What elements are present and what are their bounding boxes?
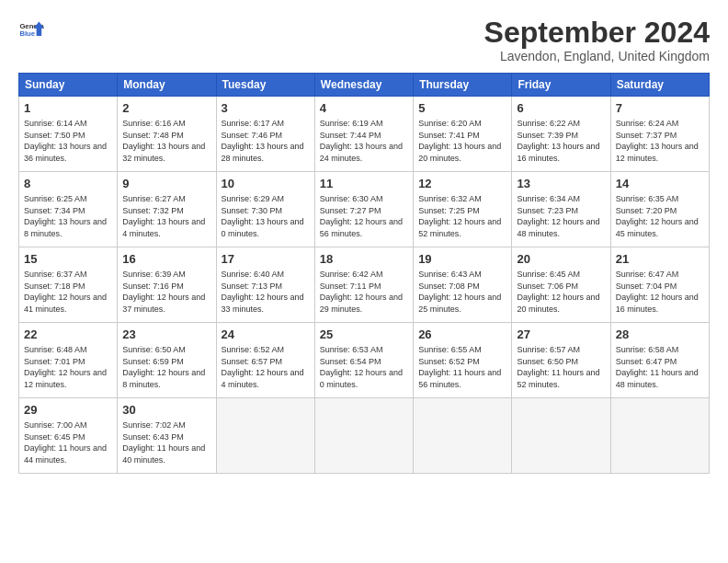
day-number: 25 bbox=[320, 327, 408, 343]
day-info: Sunrise: 6:20 AMSunset: 7:41 PMDaylight:… bbox=[418, 119, 501, 163]
table-row bbox=[314, 398, 413, 474]
day-number: 1 bbox=[24, 100, 112, 117]
day-info: Sunrise: 6:55 AMSunset: 6:52 PMDaylight:… bbox=[418, 345, 501, 389]
table-row: 19Sunrise: 6:43 AMSunset: 7:08 PMDayligh… bbox=[414, 247, 512, 323]
day-number: 26 bbox=[418, 327, 506, 343]
col-sunday: Sunday bbox=[19, 74, 118, 97]
calendar-header-row: Sunday Monday Tuesday Wednesday Thursday… bbox=[19, 74, 710, 97]
day-number: 13 bbox=[517, 176, 605, 192]
day-number: 23 bbox=[122, 327, 210, 343]
col-monday: Monday bbox=[118, 74, 216, 97]
col-tuesday: Tuesday bbox=[216, 74, 314, 97]
day-info: Sunrise: 6:34 AMSunset: 7:23 PMDaylight:… bbox=[517, 194, 599, 238]
col-thursday: Thursday bbox=[414, 74, 512, 97]
day-info: Sunrise: 6:14 AMSunset: 7:50 PMDaylight:… bbox=[24, 119, 107, 163]
calendar-row: 15Sunrise: 6:37 AMSunset: 7:18 PMDayligh… bbox=[19, 247, 710, 323]
calendar-row: 8Sunrise: 6:25 AMSunset: 7:34 PMDaylight… bbox=[19, 172, 710, 247]
day-number: 30 bbox=[122, 402, 210, 419]
day-info: Sunrise: 6:17 AMSunset: 7:46 PMDaylight:… bbox=[222, 119, 304, 163]
day-info: Sunrise: 7:02 AMSunset: 6:43 PMDaylight:… bbox=[122, 420, 205, 465]
logo-icon: General Blue bbox=[18, 17, 44, 42]
day-number: 16 bbox=[122, 251, 210, 268]
day-info: Sunrise: 6:42 AMSunset: 7:11 PMDaylight:… bbox=[320, 270, 403, 314]
day-number: 14 bbox=[616, 176, 704, 192]
month-title: September 2024 bbox=[484, 17, 710, 49]
calendar-table: Sunday Monday Tuesday Wednesday Thursday… bbox=[18, 73, 710, 474]
table-row: 21Sunrise: 6:47 AMSunset: 7:04 PMDayligh… bbox=[610, 247, 709, 323]
table-row: 20Sunrise: 6:45 AMSunset: 7:06 PMDayligh… bbox=[512, 247, 610, 323]
table-row: 1Sunrise: 6:14 AMSunset: 7:50 PMDaylight… bbox=[19, 97, 118, 172]
table-row: 11Sunrise: 6:30 AMSunset: 7:27 PMDayligh… bbox=[314, 172, 413, 247]
table-row: 6Sunrise: 6:22 AMSunset: 7:39 PMDaylight… bbox=[512, 97, 610, 172]
day-info: Sunrise: 6:19 AMSunset: 7:44 PMDaylight:… bbox=[320, 119, 403, 163]
day-info: Sunrise: 6:37 AMSunset: 7:18 PMDaylight:… bbox=[24, 270, 107, 314]
table-row: 15Sunrise: 6:37 AMSunset: 7:18 PMDayligh… bbox=[19, 247, 118, 323]
day-info: Sunrise: 6:30 AMSunset: 7:27 PMDaylight:… bbox=[320, 194, 403, 238]
day-info: Sunrise: 6:25 AMSunset: 7:34 PMDaylight:… bbox=[24, 194, 107, 238]
day-info: Sunrise: 6:48 AMSunset: 7:01 PMDaylight:… bbox=[24, 345, 107, 389]
day-number: 5 bbox=[418, 100, 506, 117]
day-info: Sunrise: 6:32 AMSunset: 7:25 PMDaylight:… bbox=[418, 194, 501, 238]
day-info: Sunrise: 7:00 AMSunset: 6:45 PMDaylight:… bbox=[24, 420, 107, 465]
table-row: 30Sunrise: 7:02 AMSunset: 6:43 PMDayligh… bbox=[118, 398, 216, 474]
day-number: 17 bbox=[222, 251, 310, 268]
table-row: 17Sunrise: 6:40 AMSunset: 7:13 PMDayligh… bbox=[216, 247, 314, 323]
table-row: 2Sunrise: 6:16 AMSunset: 7:48 PMDaylight… bbox=[118, 97, 216, 172]
day-number: 12 bbox=[418, 176, 506, 192]
table-row bbox=[610, 398, 709, 474]
table-row: 14Sunrise: 6:35 AMSunset: 7:20 PMDayligh… bbox=[610, 172, 709, 247]
table-row: 29Sunrise: 7:00 AMSunset: 6:45 PMDayligh… bbox=[19, 398, 118, 474]
table-row: 5Sunrise: 6:20 AMSunset: 7:41 PMDaylight… bbox=[414, 97, 512, 172]
day-info: Sunrise: 6:52 AMSunset: 6:57 PMDaylight:… bbox=[222, 345, 304, 389]
day-info: Sunrise: 6:24 AMSunset: 7:37 PMDaylight:… bbox=[616, 119, 699, 163]
page: General Blue September 2024 Lavendon, En… bbox=[0, 0, 728, 483]
day-number: 2 bbox=[122, 100, 210, 117]
calendar-row: 29Sunrise: 7:00 AMSunset: 6:45 PMDayligh… bbox=[19, 398, 710, 474]
day-number: 9 bbox=[122, 176, 210, 192]
table-row: 3Sunrise: 6:17 AMSunset: 7:46 PMDaylight… bbox=[216, 97, 314, 172]
day-number: 29 bbox=[24, 402, 112, 419]
col-wednesday: Wednesday bbox=[314, 74, 413, 97]
col-saturday: Saturday bbox=[610, 74, 709, 97]
table-row: 16Sunrise: 6:39 AMSunset: 7:16 PMDayligh… bbox=[118, 247, 216, 323]
table-row: 27Sunrise: 6:57 AMSunset: 6:50 PMDayligh… bbox=[512, 323, 610, 398]
day-info: Sunrise: 6:35 AMSunset: 7:20 PMDaylight:… bbox=[616, 194, 699, 238]
day-info: Sunrise: 6:27 AMSunset: 7:32 PMDaylight:… bbox=[122, 194, 205, 238]
day-number: 28 bbox=[616, 327, 704, 343]
calendar-row: 22Sunrise: 6:48 AMSunset: 7:01 PMDayligh… bbox=[19, 323, 710, 398]
table-row: 24Sunrise: 6:52 AMSunset: 6:57 PMDayligh… bbox=[216, 323, 314, 398]
header: General Blue September 2024 Lavendon, En… bbox=[18, 17, 710, 63]
day-number: 15 bbox=[24, 251, 112, 268]
day-info: Sunrise: 6:45 AMSunset: 7:06 PMDaylight:… bbox=[517, 270, 599, 314]
table-row: 4Sunrise: 6:19 AMSunset: 7:44 PMDaylight… bbox=[314, 97, 413, 172]
table-row bbox=[512, 398, 610, 474]
col-friday: Friday bbox=[512, 74, 610, 97]
table-row: 26Sunrise: 6:55 AMSunset: 6:52 PMDayligh… bbox=[414, 323, 512, 398]
table-row: 18Sunrise: 6:42 AMSunset: 7:11 PMDayligh… bbox=[314, 247, 413, 323]
day-info: Sunrise: 6:16 AMSunset: 7:48 PMDaylight:… bbox=[122, 119, 205, 163]
day-info: Sunrise: 6:47 AMSunset: 7:04 PMDaylight:… bbox=[616, 270, 699, 314]
day-number: 11 bbox=[320, 176, 408, 192]
table-row: 10Sunrise: 6:29 AMSunset: 7:30 PMDayligh… bbox=[216, 172, 314, 247]
table-row: 9Sunrise: 6:27 AMSunset: 7:32 PMDaylight… bbox=[118, 172, 216, 247]
day-number: 7 bbox=[616, 100, 704, 117]
day-number: 21 bbox=[616, 251, 704, 268]
location: Lavendon, England, United Kingdom bbox=[484, 49, 710, 63]
day-number: 24 bbox=[222, 327, 310, 343]
table-row: 25Sunrise: 6:53 AMSunset: 6:54 PMDayligh… bbox=[314, 323, 413, 398]
table-row bbox=[216, 398, 314, 474]
day-number: 10 bbox=[222, 176, 310, 192]
day-info: Sunrise: 6:57 AMSunset: 6:50 PMDaylight:… bbox=[517, 345, 599, 389]
day-info: Sunrise: 6:58 AMSunset: 6:47 PMDaylight:… bbox=[616, 345, 699, 389]
day-number: 6 bbox=[517, 100, 605, 117]
day-info: Sunrise: 6:53 AMSunset: 6:54 PMDaylight:… bbox=[320, 345, 403, 389]
svg-text:Blue: Blue bbox=[19, 29, 35, 38]
day-number: 20 bbox=[517, 251, 605, 268]
table-row: 28Sunrise: 6:58 AMSunset: 6:47 PMDayligh… bbox=[610, 323, 709, 398]
table-row bbox=[414, 398, 512, 474]
day-info: Sunrise: 6:40 AMSunset: 7:13 PMDaylight:… bbox=[222, 270, 304, 314]
table-row: 12Sunrise: 6:32 AMSunset: 7:25 PMDayligh… bbox=[414, 172, 512, 247]
table-row: 7Sunrise: 6:24 AMSunset: 7:37 PMDaylight… bbox=[610, 97, 709, 172]
day-number: 8 bbox=[24, 176, 112, 192]
day-number: 19 bbox=[418, 251, 506, 268]
